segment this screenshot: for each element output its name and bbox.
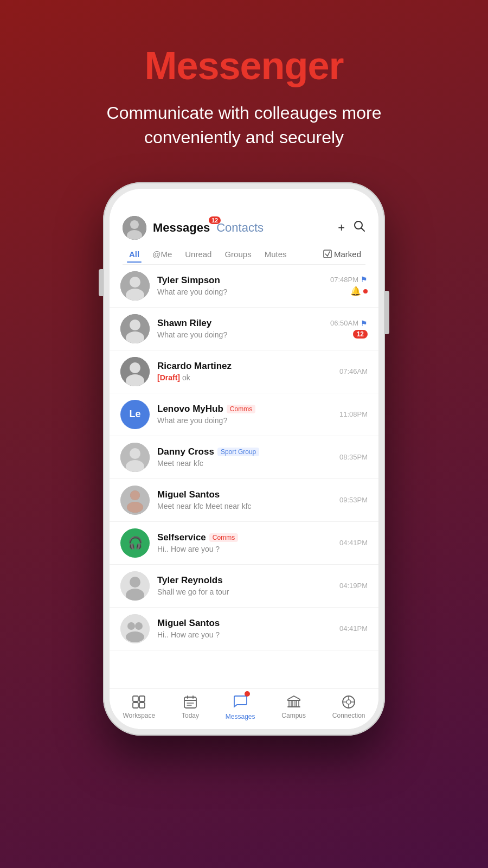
mute-icon: 🔔 <box>350 286 361 296</box>
msg-time-text: 08:35PM <box>339 453 368 461</box>
msg-time-text: 09:53PM <box>339 496 368 504</box>
filter-tab-unread[interactable]: Unread <box>178 246 218 262</box>
msg-content-danny-cross: Danny Cross Sport Group Meet near kfc <box>157 446 332 468</box>
message-item-miguel-santos-2[interactable]: Miguel Santos Hi.. How are you ? 04:41PM <box>110 608 378 650</box>
msg-preview: What are you doing? <box>157 416 332 425</box>
msg-meta: 08:35PM <box>339 453 368 461</box>
draft-label: [Draft] <box>157 373 180 382</box>
phone-inner: Messages 12 Contacts + <box>110 189 378 729</box>
nav-label-messages: Messages <box>226 713 255 720</box>
msg-meta: 06:50AM ⚑ 12 <box>330 319 368 339</box>
msg-meta: 04:19PM <box>339 582 368 590</box>
message-list[interactable]: Tyler Simpson What are you doing? 07:48P… <box>110 265 378 688</box>
svg-point-9 <box>130 277 140 288</box>
flag-icon: ⚑ <box>361 275 368 284</box>
message-item-miguel-santos-1[interactable]: Miguel Santos Meet near kfc Meet near kf… <box>110 479 378 522</box>
avatar-selfservice: 🎧 <box>120 528 150 558</box>
filter-tab-groups[interactable]: Groups <box>218 246 258 262</box>
phone-mockup: Messages 12 Contacts + <box>103 182 385 736</box>
msg-content-shawn-riley: Shawn Riley What are you doing? <box>157 318 323 339</box>
nav-item-today[interactable]: Today <box>182 694 199 719</box>
svg-line-7 <box>328 252 330 256</box>
svg-point-18 <box>130 448 140 459</box>
tab-contacts-label[interactable]: Contacts <box>216 221 264 235</box>
msg-time-text: 11:08PM <box>339 410 368 418</box>
msg-name: Selfservice <box>157 532 206 543</box>
hero-subtitle: Communicate with colleauges more conveni… <box>81 101 407 150</box>
svg-point-30 <box>135 622 143 630</box>
nav-label-connection: Connection <box>332 712 365 719</box>
svg-rect-34 <box>133 703 138 708</box>
add-button[interactable]: + <box>338 221 345 235</box>
filter-tab-all[interactable]: All <box>123 246 146 262</box>
svg-point-24 <box>127 502 143 513</box>
msg-time-text: 07:48PM <box>330 276 358 284</box>
msg-preview: Meet near kfc Meet near kfc <box>157 502 332 510</box>
msg-content-miguel-santos-2: Miguel Santos Hi.. How are you ? <box>157 618 332 639</box>
header-left: Messages 12 Contacts <box>123 216 264 240</box>
header-tabs-text: Messages 12 Contacts <box>153 221 264 235</box>
svg-point-31 <box>126 631 144 642</box>
msg-content-tyler-reynolds: Tyler Reynolds Shall we go for a tour <box>157 575 332 596</box>
svg-point-12 <box>130 320 140 330</box>
msg-preview: What are you doing? <box>157 330 323 339</box>
svg-point-29 <box>127 622 135 630</box>
message-item-tyler-simpson[interactable]: Tyler Simpson What are you doing? 07:48P… <box>110 265 378 308</box>
msg-content-selfservice: Selfservice Comms Hi.. How are you ? <box>157 532 332 553</box>
msg-name: Tyler Simpson <box>157 275 220 286</box>
message-item-lenovo-myhub[interactable]: Le Lenovo MyHub Comms What are you doing… <box>110 393 378 436</box>
msg-name: Tyler Reynolds <box>157 575 223 586</box>
msg-content-ricardo-martinez: Ricardo Martinez [Draft] ok <box>157 361 332 382</box>
msg-name: Miguel Santos <box>157 489 220 500</box>
message-item-selfservice[interactable]: 🎧 Selfservice Comms Hi.. How are you ? 0… <box>110 522 378 565</box>
unread-badge: 12 <box>353 330 368 339</box>
svg-point-47 <box>346 700 351 704</box>
message-item-danny-cross[interactable]: Danny Cross Sport Group Meet near kfc 08… <box>110 436 378 479</box>
avatar-miguel-santos-2 <box>120 614 150 643</box>
msg-time-text: 04:41PM <box>339 624 368 633</box>
nav-item-connection[interactable]: Connection <box>332 694 365 719</box>
nav-item-workspace[interactable]: Workspace <box>123 694 155 719</box>
msg-meta: 07:46AM <box>339 367 368 375</box>
svg-rect-33 <box>139 696 145 701</box>
nav-item-messages[interactable]: Messages <box>226 693 255 720</box>
msg-name: Lenovo MyHub <box>157 404 223 414</box>
search-button[interactable] <box>354 220 365 235</box>
tag-comms: Comms <box>227 405 255 413</box>
messages-nav-badge <box>245 691 250 697</box>
message-item-tyler-reynolds[interactable]: Tyler Reynolds Shall we go for a tour 04… <box>110 565 378 608</box>
filter-tab-mutes[interactable]: Mutes <box>258 246 293 262</box>
filter-tabs: All @Me Unread Groups Mutes Marked <box>123 244 365 265</box>
msg-meta: 04:41PM <box>339 539 368 547</box>
msg-preview: Hi.. How are you ? <box>157 630 332 639</box>
svg-rect-35 <box>139 703 145 708</box>
msg-preview: Hi.. How are you ? <box>157 545 332 553</box>
svg-point-15 <box>130 362 140 373</box>
message-item-shawn-riley[interactable]: Shawn Riley What are you doing? 06:50AM … <box>110 308 378 350</box>
filter-marked[interactable]: Marked <box>323 250 365 259</box>
phone-screen: Messages 12 Contacts + <box>110 189 378 729</box>
tab-messages-label[interactable]: Messages 12 <box>153 221 210 235</box>
marked-label: Marked <box>334 250 361 259</box>
msg-name: Shawn Riley <box>157 318 211 329</box>
msg-time-text: 06:50AM <box>330 319 358 327</box>
message-item-ricardo-martinez[interactable]: Ricardo Martinez [Draft] ok 07:46AM <box>110 350 378 393</box>
avatar-danny-cross <box>120 443 150 472</box>
msg-name: Miguel Santos <box>157 618 220 629</box>
msg-meta: 11:08PM <box>339 410 368 418</box>
filter-tab-me[interactable]: @Me <box>146 246 178 262</box>
svg-line-4 <box>362 228 365 231</box>
svg-rect-5 <box>324 250 331 258</box>
msg-content-miguel-santos-1: Miguel Santos Meet near kfc Meet near kf… <box>157 489 332 510</box>
bottom-nav: Workspace Today <box>110 688 378 729</box>
msg-time-text: 07:46AM <box>339 367 368 375</box>
app-header: Messages 12 Contacts + <box>110 210 378 265</box>
msg-preview: Shall we go for a tour <box>157 588 332 596</box>
msg-preview: Meet near kfc <box>157 459 332 468</box>
flag-icon: ⚑ <box>361 319 368 328</box>
nav-label-today: Today <box>182 712 199 719</box>
svg-rect-36 <box>184 697 196 708</box>
nav-item-campus[interactable]: Campus <box>281 694 306 719</box>
tag-comms-2: Comms <box>209 533 238 542</box>
msg-content-lenovo-myhub: Lenovo MyHub Comms What are you doing? <box>157 404 332 425</box>
